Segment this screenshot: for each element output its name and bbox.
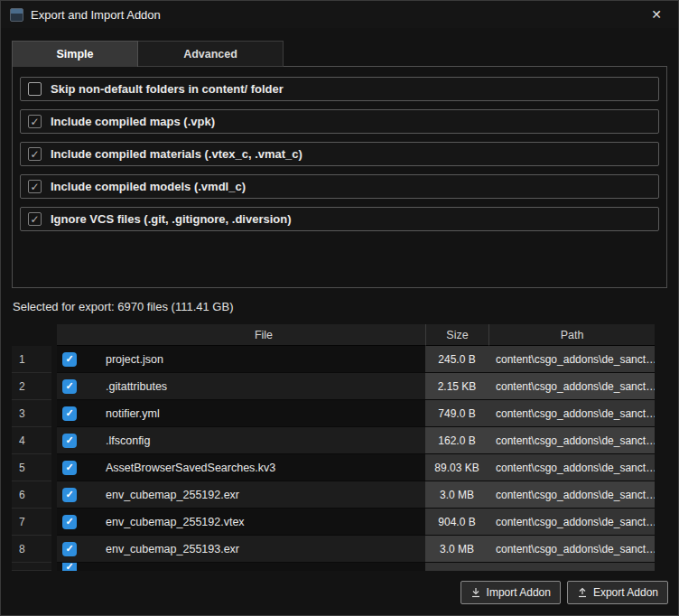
path-cell: content\csgo_addons\de_sanct… (488, 427, 655, 454)
row-number: 4 (12, 427, 51, 454)
tab-advanced[interactable]: Advanced (138, 41, 284, 67)
row-number (12, 563, 51, 571)
row-number: 1 (12, 346, 51, 373)
option-row: Skip non-default folders in content/ fol… (20, 77, 659, 101)
row-checkbox-cell[interactable]: ✓ (57, 346, 102, 373)
row-check-icon[interactable]: ✓ (62, 434, 77, 448)
path-cell: content\csgo_addons\de_sanct… (488, 400, 655, 427)
row-checkbox-cell[interactable]: ✓ (57, 563, 102, 571)
row-check-icon[interactable]: ✓ (62, 542, 77, 556)
option-row: ✓ Include compiled maps (.vpk) (20, 109, 659, 134)
tab-bar: Simple Advanced (12, 41, 667, 67)
footer: Import Addon Export Addon (1, 581, 668, 604)
option-checkbox[interactable]: ✓ (28, 180, 42, 193)
header-size[interactable]: Size (425, 324, 488, 346)
path-cell: content\csgo_addons\de_sanct… (488, 373, 655, 400)
option-row: ✓ Ignore VCS files (.git, .gitignore, .d… (20, 207, 659, 231)
option-label: Skip non-default folders in content/ fol… (51, 82, 284, 96)
path-cell: content\csgo_addons\de_sanct… (488, 481, 655, 509)
size-cell: 162.0 B (425, 427, 488, 454)
file-cell: AssetBrowserSavedSearches.kv3 (102, 454, 425, 481)
row-checkbox-cell[interactable]: ✓ (57, 373, 102, 400)
size-cell: 3.0 MB (425, 481, 488, 509)
option-label: Include compiled maps (.vpk) (51, 115, 215, 128)
row-number: 2 (12, 373, 51, 400)
size-cell: 904.0 B (425, 509, 488, 536)
header-path[interactable]: Path (488, 324, 655, 346)
option-label: Include compiled models (.vmdl_c) (51, 180, 246, 193)
header-file[interactable]: File (102, 324, 425, 346)
option-label: Ignore VCS files (.git, .gitignore, .div… (51, 212, 292, 226)
size-cell: 89.03 KB (425, 454, 488, 481)
table-row[interactable]: 8 ✓ env_cubemap_255193.exr 3.0 MB conten… (12, 536, 655, 563)
file-cell: notifier.yml (102, 400, 425, 427)
option-checkbox[interactable]: ✓ (28, 212, 42, 226)
table-row[interactable]: 2 ✓ .gitattributes 2.15 KB content\csgo_… (12, 373, 655, 400)
row-check-icon[interactable]: ✓ (62, 563, 77, 571)
option-checkbox[interactable] (28, 82, 42, 96)
export-summary: Selected for export: 6970 files (111.41 … (13, 300, 678, 314)
table-row[interactable]: 5 ✓ AssetBrowserSavedSearches.kv3 89.03 … (12, 454, 655, 481)
file-cell (102, 563, 425, 571)
table-row[interactable]: 3 ✓ notifier.yml 749.0 B content\csgo_ad… (12, 400, 655, 427)
export-label: Export Addon (593, 586, 658, 599)
size-cell: 749.0 B (425, 400, 488, 427)
header-checkbox-column[interactable] (57, 324, 102, 346)
options-panel: Skip non-default folders in content/ fol… (12, 66, 667, 288)
row-checkbox-cell[interactable]: ✓ (57, 481, 102, 509)
option-row: ✓ Include compiled materials (.vtex_c, .… (20, 142, 659, 166)
file-cell: env_cubemap_255193.exr (102, 536, 425, 563)
option-checkbox[interactable]: ✓ (28, 115, 42, 128)
export-addon-button[interactable]: Export Addon (567, 581, 668, 604)
file-cell: env_cubemap_255192.exr (102, 481, 425, 509)
row-number: 7 (12, 509, 51, 536)
size-cell (425, 563, 488, 571)
size-cell: 245.0 B (425, 346, 488, 373)
table-row[interactable]: 6 ✓ env_cubemap_255192.exr 3.0 MB conten… (12, 481, 655, 509)
app-icon (10, 8, 23, 22)
tab-simple[interactable]: Simple (12, 41, 138, 67)
path-cell: content\csgo_addons\de_sanct… (488, 346, 655, 373)
table-body: 1 ✓ project.json 245.0 B content\csgo_ad… (12, 346, 655, 571)
row-checkbox-cell[interactable]: ✓ (57, 509, 102, 536)
row-checkbox-cell[interactable]: ✓ (57, 536, 102, 563)
row-check-icon[interactable]: ✓ (62, 379, 77, 394)
row-number: 8 (12, 536, 51, 563)
row-checkbox-cell[interactable]: ✓ (57, 427, 102, 454)
window-title: Export and Import Addon (31, 8, 161, 22)
file-table: File Size Path 1 ✓ project.json 245.0 B … (12, 324, 655, 571)
option-label: Include compiled materials (.vtex_c, .vm… (51, 147, 302, 161)
size-cell: 2.15 KB (425, 373, 488, 400)
row-check-icon[interactable]: ✓ (62, 352, 77, 367)
close-button[interactable]: ✕ (644, 4, 669, 25)
table-row-partial[interactable]: ✓ (12, 563, 655, 571)
import-icon (470, 587, 481, 598)
row-checkbox-cell[interactable]: ✓ (57, 400, 102, 427)
file-cell: project.json (102, 346, 425, 373)
file-cell: .lfsconfig (102, 427, 425, 454)
file-cell: .gitattributes (102, 373, 425, 400)
row-number: 6 (12, 481, 51, 509)
table-row[interactable]: 1 ✓ project.json 245.0 B content\csgo_ad… (12, 346, 655, 373)
path-cell: content\csgo_addons\de_sanct… (488, 509, 655, 536)
options-list: Skip non-default folders in content/ fol… (20, 77, 659, 231)
header-blank (12, 324, 51, 346)
size-cell: 3.0 MB (425, 536, 488, 563)
titlebar: Export and Import Addon ✕ (1, 1, 678, 28)
import-label: Import Addon (487, 586, 551, 599)
table-row[interactable]: 4 ✓ .lfsconfig 162.0 B content\csgo_addo… (12, 427, 655, 454)
row-check-icon[interactable]: ✓ (62, 461, 77, 475)
row-check-icon[interactable]: ✓ (62, 488, 77, 502)
import-addon-button[interactable]: Import Addon (460, 581, 561, 604)
row-check-icon[interactable]: ✓ (62, 515, 77, 529)
row-checkbox-cell[interactable]: ✓ (57, 454, 102, 481)
export-icon (577, 587, 588, 598)
table-header: File Size Path (12, 324, 655, 346)
row-check-icon[interactable]: ✓ (62, 406, 77, 421)
path-cell: content\csgo_addons\de_sanct… (488, 536, 655, 563)
path-cell: content\csgo_addons\de_sanct… (488, 454, 655, 481)
table-row[interactable]: 7 ✓ env_cubemap_255192.vtex 904.0 B cont… (12, 509, 655, 536)
row-number: 5 (12, 454, 51, 481)
option-checkbox[interactable]: ✓ (28, 147, 42, 161)
option-row: ✓ Include compiled models (.vmdl_c) (20, 174, 659, 199)
